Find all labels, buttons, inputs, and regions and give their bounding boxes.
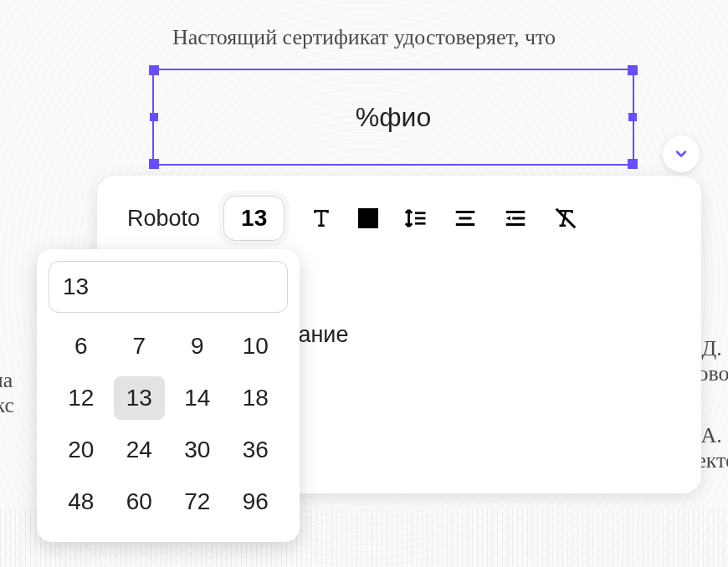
clear-format-button[interactable] bbox=[552, 205, 579, 232]
font-size-option[interactable]: 48 bbox=[55, 480, 107, 524]
font-size-option[interactable]: 20 bbox=[55, 428, 107, 472]
indent-icon bbox=[503, 206, 528, 231]
resize-handle-top-left[interactable] bbox=[149, 65, 159, 75]
font-size-option[interactable]: 10 bbox=[230, 324, 282, 368]
chevron-down-icon bbox=[673, 146, 690, 162]
font-size-option[interactable]: 6 bbox=[55, 324, 107, 368]
font-size-option[interactable]: 96 bbox=[230, 480, 282, 524]
font-size-option[interactable]: 30 bbox=[172, 428, 223, 472]
font-size-option[interactable]: 24 bbox=[114, 428, 166, 472]
background-text-fragment: А. І bbox=[701, 423, 728, 448]
line-spacing-button[interactable] bbox=[402, 205, 428, 232]
font-size-option[interactable]: 7 bbox=[114, 324, 166, 368]
placeholder-text[interactable]: %фио bbox=[356, 102, 431, 133]
font-size-option[interactable]: 18 bbox=[230, 376, 282, 420]
background-text-fragment: ола bbox=[0, 368, 13, 393]
font-size-option[interactable]: 36 bbox=[230, 428, 282, 472]
background-text-fragment: овод bbox=[697, 361, 728, 386]
clear-format-icon bbox=[553, 206, 578, 231]
font-size-option[interactable]: 13 bbox=[114, 376, 166, 420]
line-spacing-icon bbox=[402, 206, 428, 231]
certificate-header: Настоящий сертификат удостоверяет, что bbox=[0, 25, 728, 50]
font-size-input[interactable] bbox=[49, 261, 288, 313]
resize-handle-top-right[interactable] bbox=[628, 65, 638, 75]
background-text-fragment: акс bbox=[0, 393, 14, 418]
font-size-option[interactable]: 9 bbox=[172, 324, 223, 368]
indent-button[interactable] bbox=[502, 205, 529, 232]
font-size-option[interactable]: 60 bbox=[114, 480, 166, 524]
font-size-option[interactable]: 12 bbox=[55, 376, 107, 420]
text-color-button[interactable] bbox=[358, 208, 378, 228]
text-t-icon bbox=[309, 206, 334, 231]
font-size-selector[interactable]: 13 bbox=[223, 196, 285, 241]
toolbar-row: Roboto 13 bbox=[97, 176, 701, 258]
font-size-option[interactable]: 14 bbox=[172, 376, 223, 420]
font-size-grid: 67910121314182024303648607296 bbox=[49, 324, 288, 524]
align-button[interactable] bbox=[452, 205, 479, 232]
font-size-option[interactable]: 72 bbox=[172, 480, 223, 524]
text-format-button[interactable] bbox=[308, 205, 335, 232]
background-text-fragment: Д. І bbox=[702, 336, 728, 361]
resize-handle-bottom-right[interactable] bbox=[628, 159, 638, 169]
align-center-icon bbox=[453, 206, 478, 231]
expand-toggle-button[interactable] bbox=[663, 135, 700, 172]
resize-handle-middle-right[interactable] bbox=[628, 113, 637, 121]
selected-text-block[interactable]: %фио bbox=[152, 69, 634, 166]
font-family-selector[interactable]: Roboto bbox=[127, 206, 200, 232]
resize-handle-bottom-left[interactable] bbox=[149, 159, 159, 169]
resize-handle-middle-left[interactable] bbox=[150, 113, 158, 121]
font-size-popup: 67910121314182024303648607296 bbox=[37, 249, 300, 542]
